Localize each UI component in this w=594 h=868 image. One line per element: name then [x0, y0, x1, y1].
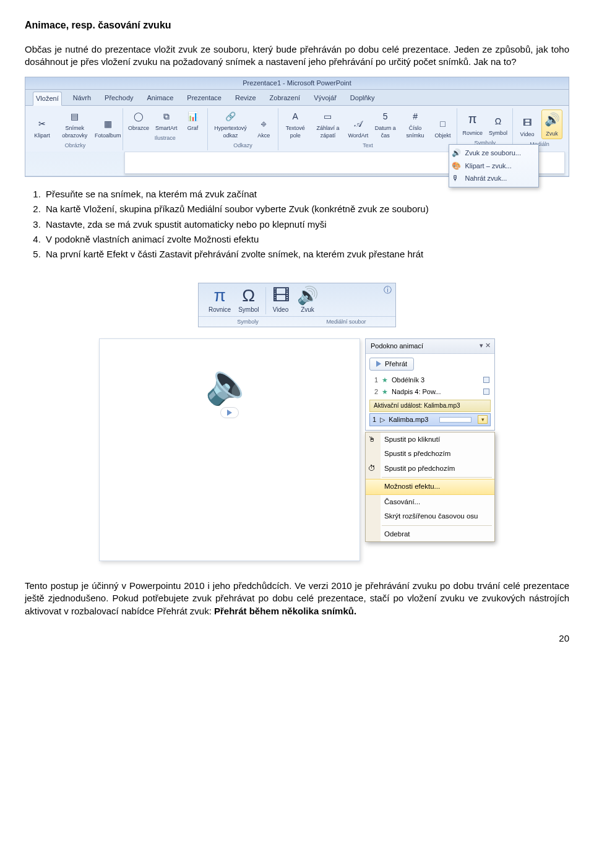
- btn-label: Klipart: [34, 132, 50, 139]
- btn-symbol[interactable]: ΩSymbol: [488, 114, 509, 138]
- separator: [382, 525, 492, 526]
- btn-smartart[interactable]: ⧉SmartArt: [154, 110, 179, 133]
- btn-hyperlink[interactable]: 🔗Hypertextový odkaz: [212, 110, 250, 140]
- btn-rovnice[interactable]: πRovnice: [209, 287, 231, 314]
- btn-video[interactable]: 🎞Video: [517, 116, 538, 139]
- tab-animace[interactable]: Animace: [145, 92, 176, 105]
- play-glyph-icon: ▷: [380, 415, 385, 424]
- help-icon[interactable]: ⓘ: [384, 285, 392, 296]
- btn-symbol[interactable]: ΩSymbol: [238, 287, 259, 314]
- pane-tools[interactable]: ▾ ✕: [480, 341, 491, 350]
- group-name: Symboly: [199, 317, 297, 327]
- animation-item-selected[interactable]: 1 ▷ Kalimba.mp3 ▾: [369, 413, 491, 426]
- group-label: Obrázky: [65, 142, 86, 149]
- btn-cislo[interactable]: #Číslo snímku: [402, 110, 429, 140]
- pane-title: Podokno animací ▾ ✕: [366, 339, 494, 354]
- menu-nahrat-zvuk[interactable]: 🎙Nahrát zvuk...: [449, 172, 539, 185]
- ctx-effect-options[interactable]: Možnosti efektu...: [366, 479, 494, 495]
- ctx-hide-timeline[interactable]: Skrýt rozšířenou časovou osu: [366, 509, 494, 524]
- btn-wordart[interactable]: 𝒜WordArt: [348, 117, 369, 140]
- group-odkazy: 🔗Hypertextový odkaz ⎆Akce Odkazy: [208, 108, 279, 150]
- btn-objekt[interactable]: □Objekt: [432, 117, 453, 140]
- btn-label: WordArt: [348, 132, 368, 139]
- play-button[interactable]: Přehrát: [369, 358, 414, 371]
- ctx-start-with-prev[interactable]: Spustit s předchozím: [366, 447, 494, 462]
- btn-label: Obrazce: [128, 124, 149, 132]
- tab-vlozeni[interactable]: Vložení: [33, 92, 62, 106]
- item-label: Kalimba.mp3: [389, 415, 428, 424]
- btn-klipart[interactable]: ✂Klipart: [32, 117, 53, 140]
- ctx-start-after-prev[interactable]: ⏱Spustit po předchozím: [366, 462, 494, 476]
- headerfooter-icon: ▭: [322, 111, 334, 123]
- video-icon: 🎞: [521, 117, 533, 129]
- timing-chip: [483, 389, 489, 395]
- btn-zahlavi[interactable]: ▭Záhlaví a zápatí: [312, 110, 344, 140]
- audio-placeholder-icon[interactable]: 🔈: [100, 364, 359, 403]
- btn-label: Číslo snímku: [403, 124, 428, 139]
- tab-revize[interactable]: Revize: [233, 92, 259, 105]
- btn-video[interactable]: 🎞Video: [272, 287, 290, 314]
- btn-snimek-obrazovky[interactable]: ▤Snímek obrazovky: [56, 110, 93, 140]
- animation-item[interactable]: 1 ★ Obdélník 3: [369, 374, 491, 386]
- tab-vyvojar[interactable]: Vývojář: [311, 92, 339, 105]
- slidenumber-icon: #: [409, 111, 421, 123]
- btn-zvuk[interactable]: 🔊Zvuk: [541, 110, 562, 139]
- tab-prechody[interactable]: Přechody: [102, 92, 136, 105]
- btn-rovnice[interactable]: πRovnice: [461, 110, 484, 138]
- clock-icon: ⏱: [368, 463, 376, 473]
- btn-label: Graf: [187, 124, 199, 132]
- ctx-label: Spustit po předchozím: [384, 465, 455, 472]
- closing-paragraph: Tento postup je účinný v Powerpointu 201…: [25, 580, 569, 617]
- ribbon-tabs: Vložení Návrh Přechody Animace Prezentac…: [25, 90, 569, 106]
- pi-icon: π: [209, 287, 231, 304]
- btn-label: Snímek obrazovky: [58, 124, 92, 139]
- tab-navrh[interactable]: Návrh: [71, 92, 93, 105]
- ctx-remove[interactable]: Odebrat: [366, 527, 494, 542]
- btn-akce[interactable]: ⎆Akce: [253, 117, 274, 140]
- item-dropdown-button[interactable]: ▾: [478, 415, 488, 424]
- btn-label: Rovnice: [462, 129, 483, 137]
- trigger-header: Aktivační událost: Kalimba.mp3: [369, 400, 491, 412]
- audio-controls[interactable]: [220, 407, 239, 418]
- menu-zvuk-ze-souboru[interactable]: 🔊Zvuk ze souboru...: [449, 147, 539, 160]
- step-item: Nastavte, zda se má zvuk spustit automat…: [43, 218, 569, 231]
- play-icon[interactable]: [227, 410, 232, 416]
- btn-fotoalbum[interactable]: ▦Fotoalbum: [97, 117, 119, 140]
- btn-label: Symbol: [489, 129, 507, 137]
- animation-item[interactable]: 2 ★ Nadpis 4: Pow...: [369, 386, 491, 398]
- btn-textpole[interactable]: ATextové pole: [282, 110, 308, 140]
- group-name: Mediální soubor: [297, 317, 395, 327]
- timing-chip: [483, 377, 489, 383]
- item-number: 2: [371, 387, 378, 397]
- slide-canvas: 🔈: [99, 338, 360, 561]
- symbol-icon: Ω: [492, 116, 504, 128]
- btn-graf[interactable]: 📊Graf: [183, 110, 204, 133]
- smartart-icon: ⧉: [160, 111, 173, 123]
- pane-title-text: Podokno animací: [371, 342, 423, 350]
- mini-group-medialni: 🎞Video 🔊Zvuk: [266, 287, 325, 314]
- intro-paragraph: Občas je nutné do prezentace vložit zvuk…: [25, 43, 569, 69]
- tab-zobrazeni[interactable]: Zobrazení: [267, 92, 303, 105]
- tab-prezentace[interactable]: Prezentace: [184, 92, 224, 105]
- item-label: Obdélník 3: [392, 376, 424, 385]
- btn-label: Video: [520, 131, 535, 138]
- btn-label: Video: [272, 306, 290, 314]
- ctx-timing[interactable]: Časování...: [366, 495, 494, 510]
- animation-pane-screenshot: 🔈 Podokno animací ▾ ✕ Přehrát 1 ★ Obdéln…: [99, 338, 495, 561]
- btn-obrazce[interactable]: ◯Obrazce: [127, 110, 150, 133]
- ctx-label: Spustit s předchozím: [384, 450, 450, 457]
- group-label: Text: [363, 142, 373, 149]
- btn-label: Symbol: [238, 306, 259, 314]
- effect-icon: ★: [382, 376, 388, 385]
- hyperlink-icon: 🔗: [224, 111, 236, 123]
- film-icon: 🎞: [272, 287, 290, 304]
- btn-datum[interactable]: 5Datum a čas: [372, 110, 398, 140]
- btn-label: Hypertextový odkaz: [213, 124, 249, 139]
- btn-label: Zvuk: [546, 130, 558, 137]
- tab-doplnky[interactable]: Doplňky: [348, 92, 377, 105]
- datetime-icon: 5: [379, 111, 392, 123]
- equation-icon: π: [464, 111, 481, 128]
- menu-klipart-zvuk[interactable]: 🎨Klipart – zvuk...: [449, 160, 539, 173]
- btn-zvuk[interactable]: 🔊Zvuk: [297, 287, 319, 314]
- ctx-start-on-click[interactable]: 🖱Spustit po kliknutí: [366, 432, 494, 447]
